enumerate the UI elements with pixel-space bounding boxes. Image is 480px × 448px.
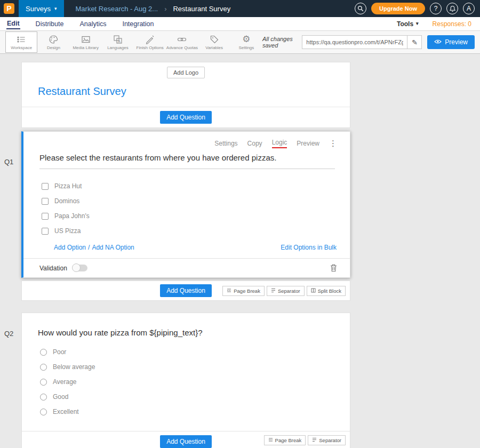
option-row: Average [22, 374, 350, 389]
chevron-down-icon: ▾ [416, 21, 419, 26]
top-navbar: P Surveys ▾ Market Research - Aug 2... ›… [0, 0, 480, 17]
tools-menu[interactable]: Tools ▾ [397, 20, 419, 28]
option-label[interactable]: Excellent [53, 408, 79, 415]
separator-label: Separator [278, 288, 300, 294]
option-label[interactable]: Average [53, 378, 76, 386]
toolbar-item-variables[interactable]: Variables [198, 31, 230, 53]
help-icon[interactable]: ? [430, 3, 442, 14]
notifications-bell-icon[interactable] [446, 3, 458, 14]
radio-button[interactable] [40, 349, 47, 356]
validation-label: Validation [39, 265, 67, 272]
add-question-button-top[interactable]: Add Question [160, 111, 212, 124]
block-actions-strip-bottom: Add Question Page Break Separator [22, 431, 350, 448]
surveys-dropdown[interactable]: Surveys ▾ [19, 0, 64, 17]
edit-options-in-bulk-link[interactable]: Edit Options in Bulk [281, 244, 337, 251]
breadcrumb-folder[interactable]: Market Research - Aug 2... [76, 5, 158, 13]
option-row: Poor [22, 345, 350, 359]
svg-text:A: A [118, 39, 121, 43]
page-break-label: Page Break [234, 288, 260, 294]
toolbar-item-advance-quotas[interactable]: Advance Quotas [166, 31, 198, 53]
radio-button[interactable] [40, 394, 47, 401]
q2-option-list: Poor Below average Average Good [22, 345, 350, 419]
toolbar-item-languages[interactable]: A Languages [102, 31, 134, 53]
toolbar-item-workspace[interactable]: Workspace [5, 31, 37, 53]
question-copy-link[interactable]: Copy [247, 140, 262, 147]
delete-question-trash-icon[interactable] [330, 264, 337, 272]
checkbox[interactable] [42, 198, 49, 205]
toolbar-item-label: Workspace [11, 45, 32, 50]
toolbar-item-label: Media Library [73, 45, 98, 50]
eye-icon [434, 38, 442, 46]
split-block-icon [311, 288, 316, 294]
survey-canvas: Add Logo Restaurant Survey Add Question … [0, 54, 480, 448]
toolbar-item-label: Advance Quotas [166, 45, 198, 50]
add-question-button-bottom[interactable]: Add Question [160, 435, 212, 448]
toolbar-item-label: Settings [238, 45, 254, 50]
question-number-q2: Q2 [4, 330, 13, 338]
page-break-label: Page Break [275, 437, 302, 443]
autosave-status: All changes saved [262, 36, 297, 49]
checkbox[interactable] [42, 213, 49, 220]
responses-count[interactable]: Responses: 0 [433, 20, 471, 28]
avatar[interactable]: A [463, 3, 475, 14]
survey-url-input[interactable] [302, 35, 407, 49]
add-na-option-link[interactable]: Add NA Option [92, 244, 134, 251]
search-icon[interactable] [355, 3, 366, 14]
survey-header-card: Add Logo Restaurant Survey Add Question [21, 62, 350, 128]
option-label[interactable]: Dominos [54, 197, 79, 205]
option-label[interactable]: Good [53, 393, 68, 401]
surveys-label: Surveys [26, 5, 51, 13]
toolbar-item-media-library[interactable]: Media Library [70, 31, 102, 53]
option-label[interactable]: Papa John's [54, 212, 90, 220]
add-option-separator: / [88, 244, 90, 251]
separator-button[interactable]: Separator [308, 435, 346, 445]
breadcrumb-separator-icon: › [164, 5, 166, 13]
tab-integration[interactable]: Integration [122, 19, 154, 29]
add-question-button-mid[interactable]: Add Question [160, 284, 212, 297]
tab-edit[interactable]: Edit [6, 18, 20, 29]
split-block-button[interactable]: Split Block [307, 286, 346, 296]
tools-label: Tools [397, 20, 413, 28]
kebab-menu-icon[interactable]: ⋮ [329, 139, 337, 148]
question-preview-link[interactable]: Preview [297, 140, 319, 147]
add-option-link[interactable]: Add Option [54, 244, 86, 251]
question-settings-link[interactable]: Settings [214, 140, 237, 147]
option-label[interactable]: Pizza Hut [54, 182, 82, 190]
option-label[interactable]: Poor [53, 348, 66, 356]
option-label[interactable]: US Pizza [54, 227, 81, 235]
radio-button[interactable] [40, 379, 47, 386]
radio-button[interactable] [40, 409, 47, 415]
option-row: Dominos [23, 194, 350, 209]
separator-button[interactable]: Separator [267, 286, 305, 296]
question-logic-link[interactable]: Logic [272, 139, 287, 148]
checkbox[interactable] [42, 228, 49, 235]
page-break-icon [227, 288, 231, 294]
breadcrumb-current: Restaurant Survey [173, 5, 230, 13]
tab-distribute[interactable]: Distribute [35, 19, 65, 29]
toolbar-item-design[interactable]: Design [37, 31, 69, 53]
validation-toggle[interactable] [73, 265, 87, 271]
page-break-button[interactable]: Page Break [222, 286, 265, 296]
toolbar-item-finish-options[interactable]: Finish Options [134, 31, 166, 53]
chevron-down-icon: ▾ [54, 6, 57, 11]
toolbar-item-settings[interactable]: ⚙ Settings [230, 31, 262, 53]
survey-title[interactable]: Restaurant Survey [22, 78, 350, 107]
upgrade-now-button[interactable]: Upgrade Now [371, 3, 425, 14]
page-break-button[interactable]: Page Break [264, 435, 306, 445]
option-label[interactable]: Below average [53, 363, 95, 371]
question-text-q1[interactable]: Please select the restaurants from where… [39, 153, 335, 162]
add-logo-button[interactable]: Add Logo [167, 67, 205, 78]
preview-button[interactable]: Preview [427, 35, 475, 49]
tab-analytics[interactable]: Analytics [79, 19, 107, 29]
checkbox[interactable] [42, 183, 49, 190]
separator-icon [271, 288, 276, 294]
split-block-label: Split Block [318, 288, 341, 294]
option-row: Pizza Hut [23, 179, 350, 194]
gear-icon: ⚙ [242, 35, 250, 44]
edit-url-pencil-icon[interactable]: ✎ [407, 35, 422, 49]
toolbar-item-label: Design [47, 45, 60, 50]
question-text-q2[interactable]: How would you rate pizza from ${piping_t… [38, 328, 334, 337]
radio-button[interactable] [40, 364, 47, 371]
questionpro-logo[interactable]: P [4, 3, 14, 14]
separator-icon [312, 437, 317, 443]
